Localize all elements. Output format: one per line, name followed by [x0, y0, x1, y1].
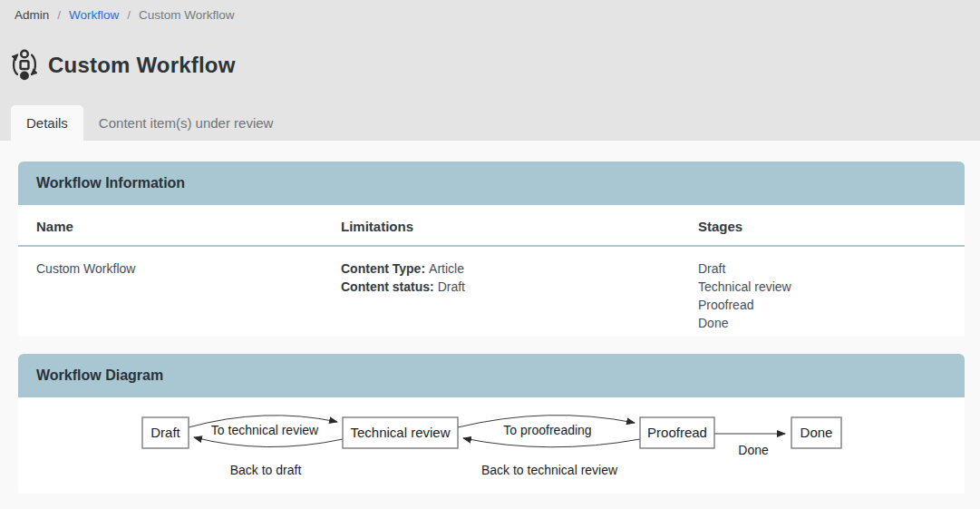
diagram-node-technical-review: Technical review	[343, 417, 458, 448]
page-title-row: Custom Workflow	[9, 48, 236, 82]
svg-text:Done: Done	[800, 425, 833, 440]
workflow-information-body: Name Limitations Stages Custom Workflow …	[18, 205, 965, 337]
tab-content-items-under-review[interactable]: Content item(s) under review	[83, 105, 289, 141]
breadcrumb-current: Custom Workflow	[139, 8, 235, 22]
edge-label-to-proofreading: To proofreading	[503, 423, 591, 437]
stages-list: Draft Technical review Proofread Done	[698, 259, 965, 332]
topbar: Admin / Workflow / Custom Workflow Custo…	[0, 0, 980, 141]
edge-label-done: Done	[738, 443, 769, 457]
workflow-information-title: Workflow Information	[36, 175, 185, 191]
workflow-icon	[9, 48, 40, 82]
tab-content-items-label: Content item(s) under review	[99, 115, 274, 131]
workflow-diagram-title: Workflow Diagram	[36, 367, 163, 384]
workflow-diagram-header: Workflow Diagram	[18, 354, 965, 397]
svg-text:Draft: Draft	[150, 425, 180, 440]
limitation-content-status-value: Draft	[438, 279, 465, 294]
workflow-information-header: Workflow Information	[18, 162, 965, 205]
limitation-content-type: Content Type:Article	[341, 259, 680, 278]
edge-label-to-technical-review: To technical review	[211, 423, 319, 437]
limitation-content-type-label: Content Type:	[341, 261, 425, 276]
workflow-name-value: Custom Workflow	[36, 261, 135, 276]
column-header-name: Name	[18, 205, 323, 247]
tab-details[interactable]: Details	[11, 105, 83, 141]
workflow-diagram-body: To technical review Back to draft To pro…	[18, 397, 965, 494]
edge-label-back-to-technical-review: Back to technical review	[481, 463, 618, 477]
tab-details-label: Details	[26, 115, 68, 131]
stage-item-draft: Draft	[698, 259, 965, 278]
breadcrumb-separator: /	[57, 8, 61, 22]
stage-item-proofread: Proofread	[698, 296, 965, 314]
diagram-node-proofread: Proofread	[640, 417, 714, 448]
breadcrumb-admin: Admin	[15, 8, 49, 22]
main-content: Workflow Information Name Limitations St…	[0, 141, 980, 494]
limitation-content-status: Content status:Draft	[341, 278, 680, 296]
stage-item-technical-review: Technical review	[698, 278, 965, 296]
diagram-node-done: Done	[791, 417, 841, 448]
stage-item-done: Done	[698, 314, 965, 332]
edge-label-back-to-draft: Back to draft	[230, 463, 302, 477]
svg-text:Technical review: Technical review	[350, 425, 450, 440]
edge-technical-review-back-to-draft	[194, 437, 343, 447]
tab-bar: Details Content item(s) under review	[11, 105, 288, 141]
breadcrumb-workflow-link[interactable]: Workflow	[69, 8, 119, 22]
svg-text:Proofread: Proofread	[647, 425, 707, 440]
workflow-name-cell: Custom Workflow	[18, 247, 323, 337]
workflow-information-panel: Workflow Information Name Limitations St…	[18, 162, 965, 337]
column-header-stages: Stages	[680, 205, 965, 247]
workflow-diagram-panel: Workflow Diagram To technical review Bac…	[18, 354, 965, 494]
column-header-limitations: Limitations	[323, 205, 680, 247]
breadcrumb-separator: /	[127, 8, 131, 22]
diagram-node-draft: Draft	[142, 417, 189, 448]
page-title: Custom Workflow	[48, 53, 236, 78]
breadcrumb: Admin / Workflow / Custom Workflow	[15, 8, 235, 22]
edge-proofread-back-to-technical-review	[463, 438, 640, 447]
workflow-diagram-svg: To technical review Back to draft To pro…	[18, 397, 965, 494]
stages-cell: Draft Technical review Proofread Done	[680, 247, 965, 337]
workflow-information-table: Name Limitations Stages Custom Workflow …	[18, 205, 965, 337]
limitations-cell: Content Type:Article Content status:Draf…	[323, 247, 680, 337]
limitation-content-status-label: Content status:	[341, 279, 434, 294]
limitation-content-type-value: Article	[429, 261, 464, 276]
